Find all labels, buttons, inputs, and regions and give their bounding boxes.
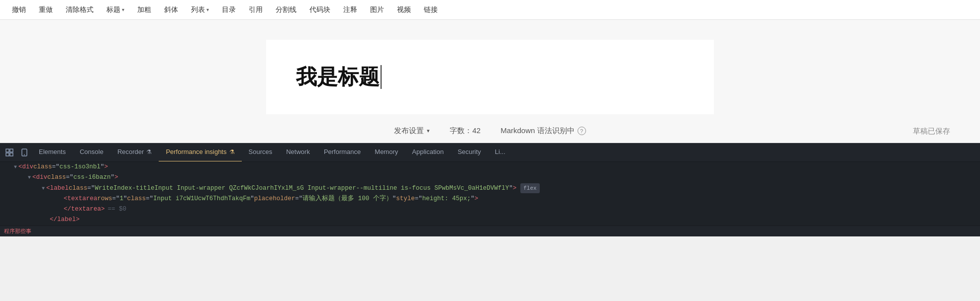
flask-icon: ⚗ <box>229 149 235 155</box>
undo-button[interactable]: 撤销 <box>10 4 28 15</box>
flask-icon: ⚗ <box>146 149 152 155</box>
draft-saved-label: 草稿已保存 <box>913 126 950 136</box>
list-button[interactable]: 列表 ▾ <box>189 4 211 15</box>
heading-button[interactable]: 标题 ▾ <box>104 4 126 15</box>
tab-memory[interactable]: Memory <box>368 143 405 162</box>
tab-application[interactable]: Application <box>405 143 451 162</box>
triangle-icon[interactable]: ▼ <box>28 173 31 182</box>
editor-area: 我是标题 <box>0 20 980 119</box>
tab-elements[interactable]: Elements <box>32 143 73 162</box>
code-line-4: <textarea rows="1" class="Input i7cW1Ucw… <box>0 194 980 204</box>
devtools-inspect-icon[interactable] <box>2 143 17 162</box>
tab-network[interactable]: Network <box>279 143 317 162</box>
tab-console[interactable]: Console <box>73 143 110 162</box>
code-line-1: ▼ <div class="css-1so3nbl" > <box>0 162 980 172</box>
italic-button[interactable]: 斜体 <box>162 4 180 15</box>
chevron-down-icon: ▾ <box>122 7 124 12</box>
word-count: 字数：42 <box>450 126 481 136</box>
bold-button[interactable]: 加粗 <box>135 4 153 15</box>
toc-button[interactable]: 目录 <box>220 4 238 15</box>
comment-button[interactable]: 注释 <box>341 4 359 15</box>
code-line-5: </textarea> == $0 <box>0 204 980 215</box>
editor-title[interactable]: 我是标题 <box>296 63 382 91</box>
status-bar: 发布设置 ▾ 字数：42 Markdown 语法识别中 ? 草稿已保存 <box>0 119 980 143</box>
code-block-button[interactable]: 代码块 <box>307 4 332 15</box>
clear-format-button[interactable]: 清除格式 <box>64 4 96 15</box>
tab-sources[interactable]: Sources <box>242 143 280 162</box>
tab-security[interactable]: Security <box>451 143 488 162</box>
triangle-icon[interactable]: ▼ <box>42 184 45 193</box>
help-icon: ? <box>578 127 586 135</box>
bottom-bar-link[interactable]: 程序那些事 <box>4 227 31 235</box>
svg-point-5 <box>24 154 25 155</box>
tab-performance-insights[interactable]: Performance insights ⚗ <box>159 143 241 162</box>
text-cursor <box>381 65 382 89</box>
chevron-down-icon: ▾ <box>206 7 209 12</box>
code-line-2: ▼ <div class="css-i6bazn" > <box>0 172 980 183</box>
image-button[interactable]: 图片 <box>368 4 386 15</box>
code-line-6: </label> <box>0 215 980 225</box>
chevron-down-icon: ▾ <box>427 128 430 134</box>
svg-rect-0 <box>6 149 9 152</box>
tab-more[interactable]: Li... <box>488 143 512 162</box>
devtools-bottom-bar: 程序那些事 <box>0 226 980 236</box>
flex-badge: flex <box>520 183 539 194</box>
link-button[interactable]: 链接 <box>422 4 440 15</box>
redo-button[interactable]: 重做 <box>37 4 55 15</box>
svg-rect-3 <box>10 153 13 156</box>
code-line-3: ▼ <label class="WriteIndex-titleInput In… <box>0 183 980 194</box>
devtools-mobile-icon[interactable] <box>17 143 32 162</box>
publish-settings-button[interactable]: 发布设置 ▾ <box>394 126 430 136</box>
video-button[interactable]: 视频 <box>395 4 413 15</box>
tab-recorder[interactable]: Recorder ⚗ <box>110 143 159 162</box>
markdown-indicator[interactable]: Markdown 语法识别中 ? <box>500 126 586 136</box>
tab-performance[interactable]: Performance <box>317 143 368 162</box>
editor-toolbar: 撤销 重做 清除格式 标题 ▾ 加粗 斜体 列表 ▾ 目录 引用 分割线 代码块… <box>0 0 980 20</box>
svg-rect-1 <box>10 149 13 152</box>
divider-button[interactable]: 分割线 <box>274 4 298 15</box>
devtools-panel: Elements Console Recorder ⚗ Performance … <box>0 143 980 236</box>
quote-button[interactable]: 引用 <box>247 4 265 15</box>
devtools-tab-bar: Elements Console Recorder ⚗ Performance … <box>0 143 980 162</box>
triangle-icon[interactable]: ▼ <box>14 163 17 171</box>
svg-rect-2 <box>6 153 9 156</box>
devtools-code-area: ▼ <div class="css-1so3nbl" > ▼ <div clas… <box>0 162 980 226</box>
editor-content[interactable]: 我是标题 <box>266 40 714 114</box>
